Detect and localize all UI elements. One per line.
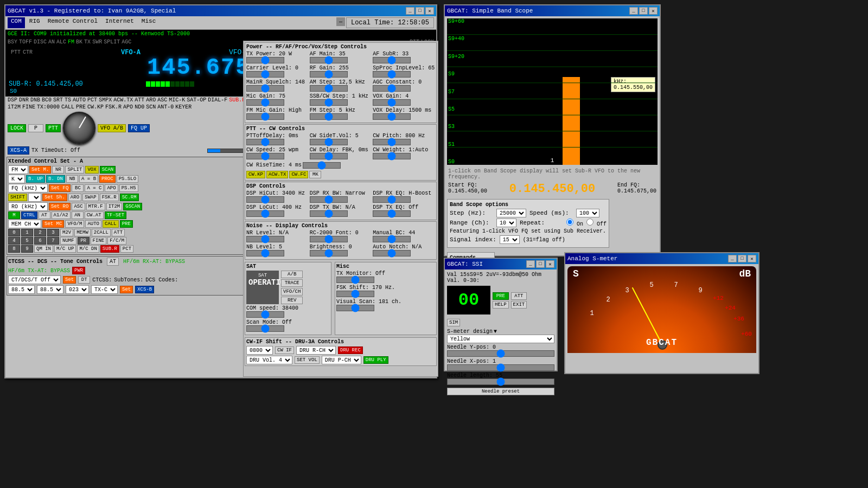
mk-button[interactable]: MK <box>309 171 321 178</box>
fine-button[interactable]: FINE <box>91 237 107 245</box>
aro-button[interactable]: ARO <box>68 194 81 201</box>
visual-scan-slider[interactable] <box>336 305 374 311</box>
ssi-help-button[interactable]: HELP <box>493 301 509 309</box>
menu-com[interactable]: COM <box>8 17 25 28</box>
dru-ply-button[interactable]: DRU PLY <box>363 356 388 364</box>
dru-vol-select[interactable]: DRU Vol. 4 <box>246 356 292 364</box>
proc-button[interactable]: PROC <box>99 175 116 183</box>
acw-tx-button[interactable]: ACW.TX <box>266 171 288 178</box>
minimize-button[interactable]: _ <box>406 7 414 15</box>
sat-vfoch-button[interactable]: VFO/CH <box>281 288 303 296</box>
att-xt-button[interactable]: ATT <box>112 229 125 236</box>
tf-set-button[interactable]: TF-SET <box>105 211 126 219</box>
cwif-btn[interactable]: CW IF <box>275 346 294 354</box>
ps-h5-button[interactable]: PS.H5 <box>119 184 138 192</box>
mainr-sq-slider[interactable] <box>246 85 284 92</box>
bs-close[interactable]: ✕ <box>649 7 658 15</box>
memw-button[interactable]: MEMW <box>74 229 91 236</box>
ssi-close[interactable]: ✕ <box>546 260 554 268</box>
ctcss-val1-select[interactable]: 88.5 <box>8 285 35 294</box>
repeat-off-radio[interactable] <box>586 219 593 226</box>
k-select[interactable]: K <box>8 175 25 183</box>
p-button[interactable]: P <box>28 124 43 132</box>
an-button[interactable]: AN <box>72 211 84 219</box>
agc-const-slider[interactable] <box>373 85 411 92</box>
ctrl-button[interactable]: CTRL <box>21 211 37 219</box>
nb-level-slider[interactable] <box>246 250 284 256</box>
tx-power-slider[interactable] <box>246 57 284 63</box>
mem-ch-select[interactable]: MEM CH <box>8 220 41 228</box>
shift-button[interactable]: SHIFT <box>8 194 27 201</box>
set-ro-button[interactable]: Set RO <box>49 203 71 210</box>
b-dn-button[interactable]: B. DN <box>46 175 65 183</box>
fm-mic-slider[interactable] <box>246 113 284 120</box>
dsp-rxeq-slider[interactable] <box>373 196 411 203</box>
set-vol-button[interactable]: SET VOL <box>295 356 320 364</box>
cw-delay-slider[interactable] <box>310 153 348 159</box>
af-main-slider[interactable] <box>310 57 348 63</box>
mc-up-button[interactable]: M/C UP <box>54 245 76 253</box>
rc2000-slider[interactable] <box>310 236 348 242</box>
set-fq-button[interactable]: Set FQ <box>49 184 71 192</box>
nb-button[interactable]: NB <box>66 175 78 183</box>
bs-minimize[interactable]: _ <box>629 7 638 15</box>
speed-select[interactable]: 100 <box>576 209 599 217</box>
apo-button[interactable]: APO <box>105 184 118 192</box>
repeat-off-label[interactable]: Off <box>586 219 607 227</box>
carrier-slider[interactable] <box>246 71 284 78</box>
at-button[interactable]: AT <box>39 211 50 219</box>
dsp-locut-slider[interactable] <box>246 210 284 217</box>
ctcss-val2-select[interactable]: 88.5 <box>37 285 63 294</box>
tx-c-select[interactable]: TX-C <box>91 285 118 294</box>
num-2-button[interactable]: 2 <box>34 229 46 236</box>
numf-button[interactable]: NUMF <box>60 237 76 245</box>
ssb-step-slider[interactable] <box>310 99 348 106</box>
nr-level-slider[interactable] <box>246 236 284 242</box>
vfo-m-button[interactable]: VFO/M <box>65 220 84 228</box>
fm-step-slider[interactable] <box>310 113 348 120</box>
dsp-hicut-slider[interactable] <box>246 196 284 203</box>
xcs-b-button[interactable]: XCS-B <box>135 286 154 293</box>
range-select[interactable]: 10 <box>496 219 516 227</box>
fq-khz-select[interactable]: FQ (kHz) <box>8 184 48 192</box>
set-mc-button[interactable]: Set MC <box>42 220 64 228</box>
nr-button[interactable]: NR <box>52 166 64 174</box>
ssi-att-button[interactable]: ATT <box>511 292 527 300</box>
sig-index-select[interactable]: 15 <box>500 235 520 244</box>
mc-dn-button[interactable]: M/C DN <box>77 245 99 253</box>
cw-risetime-slider[interactable] <box>303 162 341 169</box>
fq-up-button[interactable]: FQ UP <box>128 124 150 132</box>
cw-sidet-slider[interactable] <box>310 139 348 145</box>
ctcss-off-select[interactable]: CT/DCS/T Off <box>8 275 61 284</box>
pct-button[interactable]: PCT <box>120 245 133 253</box>
vox-button[interactable]: VOX <box>85 166 98 174</box>
dcs-val-select[interactable]: 023 <box>66 285 89 294</box>
ro-khz-select[interactable]: RO (kHz) <box>8 202 48 211</box>
mtr-f-button[interactable]: MTR.F <box>86 203 105 210</box>
smeter-close[interactable]: ✕ <box>748 255 756 262</box>
scan-button[interactable]: SCAN <box>100 166 116 174</box>
scope-display[interactable]: S9+60 S9+40 S9+20 S9 S7 S5 S3 S1 S0 1 kH… <box>447 18 658 165</box>
tx-monitor-slider[interactable] <box>336 277 374 283</box>
vox-delay-slider[interactable] <box>373 113 411 120</box>
needle-xpos-slider[interactable] <box>447 364 554 371</box>
pttoff-slider[interactable] <box>246 139 284 145</box>
tuning-knob[interactable] <box>63 112 95 144</box>
sat-rev-button[interactable]: REV <box>281 297 303 304</box>
qm-in-button[interactable]: QM IN <box>34 245 53 253</box>
it2m-button[interactable]: IT2M <box>106 203 123 210</box>
fsk-shift-slider[interactable] <box>336 291 374 297</box>
set-m-button[interactable]: Set M. <box>29 166 51 174</box>
sat-trace-button[interactable]: TRACE <box>281 279 303 287</box>
ptt-button[interactable]: PTT <box>46 124 61 132</box>
pr-button[interactable]: PR <box>78 237 90 245</box>
dt-button[interactable]: DT <box>78 276 90 284</box>
dsp-rxbw-slider[interactable] <box>310 196 348 203</box>
close-button[interactable]: ✕ <box>425 7 434 15</box>
com-speed-slider[interactable] <box>246 311 284 318</box>
fsk-r-button[interactable]: FSK.R <box>100 194 119 201</box>
m-button[interactable]: M <box>8 211 20 219</box>
split-button[interactable]: SPLIT <box>65 166 84 174</box>
menu-internet[interactable]: Internet <box>102 17 137 28</box>
pre-button[interactable]: PRE <box>120 220 133 228</box>
